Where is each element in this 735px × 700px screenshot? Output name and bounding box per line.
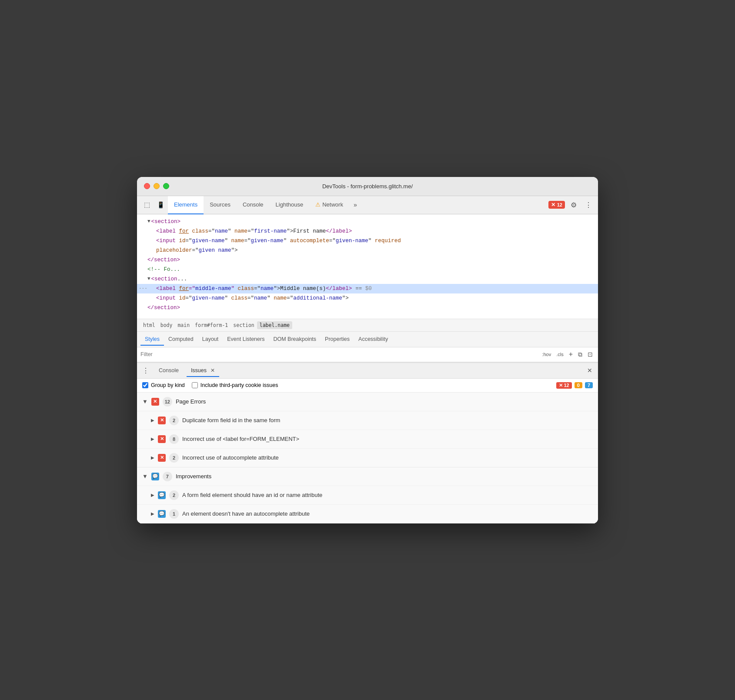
device-toolbar-btn[interactable]: 📱 [154, 196, 168, 214]
issues-panel: ⋮ Console Issues ✕ ✕ Group by kind Inclu… [137, 362, 598, 523]
improvements-icon: 💬 [151, 473, 159, 480]
group-by-kind-checkbox-label[interactable]: Group by kind [142, 382, 185, 388]
tab-console[interactable]: Console [237, 196, 270, 214]
expand-triangle[interactable]: ▼ [147, 275, 150, 283]
issue-error-icon: ✕ [158, 435, 166, 443]
copy-style-button[interactable]: ⧉ [576, 350, 584, 359]
issue-label: Incorrect use of autocomplete attribute [182, 454, 279, 461]
issues-close-x[interactable]: ✕ [210, 367, 215, 373]
tab-event-listeners[interactable]: Event Listeners [223, 333, 269, 346]
row-expand-icon[interactable]: ▶ [151, 437, 154, 441]
tab-console-panel[interactable]: Console [154, 365, 183, 376]
row-expand-icon[interactable]: ▶ [151, 511, 154, 516]
group-toggle-icon[interactable]: ▼ [142, 473, 148, 480]
error-count-badge[interactable]: ✕ 12 [548, 201, 565, 209]
dom-line[interactable]: <input id="given-name" name="given-name"… [137, 236, 598, 246]
minimize-button[interactable] [154, 183, 160, 189]
group-by-kind-checkbox[interactable] [142, 382, 148, 388]
issue-info-icon: 💬 [158, 510, 166, 518]
row-expand-icon[interactable]: ▶ [151, 455, 154, 460]
warning-count-badge: 0 [575, 382, 582, 388]
panel-menu-button[interactable]: ⋮ [140, 367, 151, 375]
dom-viewer: ▼<section> <label for class="name" name=… [137, 214, 598, 319]
tab-accessibility[interactable]: Accessibility [354, 333, 392, 346]
breadcrumb-body[interactable]: body [158, 321, 175, 329]
issues-list: ▼ ✕ 12 Page Errors ▶ ✕ 2 Duplicate form … [137, 393, 598, 523]
breadcrumb-label[interactable]: label.name [257, 321, 292, 329]
dom-line[interactable]: <!-- Fo... ✕ View issue: Incorrect use o… [137, 265, 598, 274]
third-party-checkbox-label[interactable]: Include third-party cookie issues [192, 382, 278, 388]
row-expand-icon[interactable]: ▶ [151, 418, 154, 423]
dom-line[interactable]: ▼<section... [137, 274, 598, 284]
tab-elements[interactable]: Elements [168, 196, 204, 214]
issue-row[interactable]: ▶ ✕ 2 Duplicate form field id in the sam… [137, 411, 598, 430]
breadcrumb-section[interactable]: section [231, 321, 257, 329]
tab-issues-panel[interactable]: Issues ✕ [187, 365, 220, 377]
tab-layout[interactable]: Layout [198, 333, 223, 346]
issue-label: Duplicate form field id in the same form [182, 417, 280, 423]
issues-toolbar: ⋮ Console Issues ✕ ✕ [137, 363, 598, 379]
settings-button[interactable]: ⚙ [568, 199, 580, 211]
row-expand-icon[interactable]: ▶ [151, 493, 154, 497]
more-tabs-button[interactable]: » [349, 196, 361, 214]
improvements-count: 7 [163, 472, 172, 481]
improvements-group-header[interactable]: ▼ 💬 7 Improvements [137, 467, 598, 486]
breadcrumb-html[interactable]: html [140, 321, 158, 329]
devtools-window: DevTools - form-problems.glitch.me/ ⬚ 📱 … [137, 177, 598, 523]
dom-line[interactable]: placeholder="given name"> [137, 246, 598, 255]
window-title: DevTools - form-problems.glitch.me/ [322, 183, 413, 190]
tabs-right-actions: ✕ 12 ⚙ ⋮ [548, 196, 595, 214]
issue-group-improvements: ▼ 💬 7 Improvements ▶ 💬 2 A form field el… [137, 467, 598, 523]
dom-line[interactable]: </section> [137, 255, 598, 265]
filter-bar: :hov .cls + ⧉ ⊡ [137, 347, 598, 362]
cls-button[interactable]: .cls [555, 351, 565, 358]
expand-triangle[interactable]: ▼ [147, 218, 150, 226]
issue-row[interactable]: ▶ 💬 1 An element doesn't have an autocom… [137, 504, 598, 523]
filter-input[interactable] [140, 351, 537, 357]
devtools-tabs: ⬚ 📱 Elements Sources Console Lighthouse … [137, 196, 598, 214]
tab-properties[interactable]: Properties [321, 333, 354, 346]
group-toggle-icon[interactable]: ▼ [142, 398, 148, 405]
issue-error-icon: ✕ [158, 417, 166, 424]
tab-computed[interactable]: Computed [164, 333, 198, 346]
third-party-checkbox[interactable] [192, 382, 198, 388]
breadcrumb-form[interactable]: form#form-1 [192, 321, 231, 329]
breadcrumb-main[interactable]: main [175, 321, 192, 329]
issue-info-icon: 💬 [158, 491, 166, 499]
issue-group-page-errors: ▼ ✕ 12 Page Errors ▶ ✕ 2 Duplicate form … [137, 393, 598, 467]
dom-line[interactable]: </section> [137, 303, 598, 313]
tab-lighthouse[interactable]: Lighthouse [270, 196, 310, 214]
page-errors-count: 12 [163, 397, 172, 407]
issue-count-badge: 1 [169, 509, 179, 519]
issue-count-badge: 2 [169, 416, 179, 425]
tab-dom-breakpoints[interactable]: DOM Breakpoints [269, 333, 321, 346]
add-style-button[interactable]: + [567, 350, 575, 359]
error-count-badge: ✕ 12 [556, 382, 572, 389]
breadcrumb: html body main form#form-1 section label… [137, 319, 598, 332]
tab-styles[interactable]: Styles [140, 333, 164, 346]
dom-line[interactable]: <input id="given-name" class="name" name… [137, 293, 598, 303]
fullscreen-button[interactable] [163, 183, 169, 189]
hov-button[interactable]: :hov [540, 351, 553, 358]
issue-label: Incorrect use of <label for=FORM_ELEMENT… [182, 436, 299, 442]
error-badge-icon: ✕ [559, 383, 563, 388]
dom-line-selected[interactable]: ··· <label for="middle-name" class="name… [137, 284, 598, 293]
issue-row[interactable]: ▶ ✕ 8 Incorrect use of <label for=FORM_E… [137, 430, 598, 448]
issue-count-badge: 8 [169, 434, 179, 444]
toggle-sidebar-button[interactable]: ⊡ [586, 350, 595, 359]
close-issues-panel[interactable]: ✕ [585, 366, 595, 375]
page-errors-group-header[interactable]: ▼ ✕ 12 Page Errors [137, 393, 598, 411]
dots-indicator: ··· [139, 285, 147, 293]
issue-row[interactable]: ▶ 💬 2 A form field element should have a… [137, 486, 598, 504]
issue-row[interactable]: ▶ ✕ 2 Incorrect use of autocomplete attr… [137, 448, 598, 467]
tab-sources[interactable]: Sources [204, 196, 237, 214]
inspector-icon-btn[interactable]: ⬚ [140, 196, 154, 214]
more-options-button[interactable]: ⋮ [582, 199, 595, 211]
dom-line[interactable]: <label for class="name" name="first-name… [137, 227, 598, 236]
close-button[interactable] [144, 183, 150, 189]
traffic-lights [144, 183, 169, 189]
tab-network[interactable]: ⚠ Network [309, 196, 349, 214]
issue-label: An element doesn't have an autocomplete … [182, 510, 310, 517]
error-icon: ✕ [551, 202, 555, 208]
dom-line[interactable]: ▼<section> [137, 217, 598, 227]
